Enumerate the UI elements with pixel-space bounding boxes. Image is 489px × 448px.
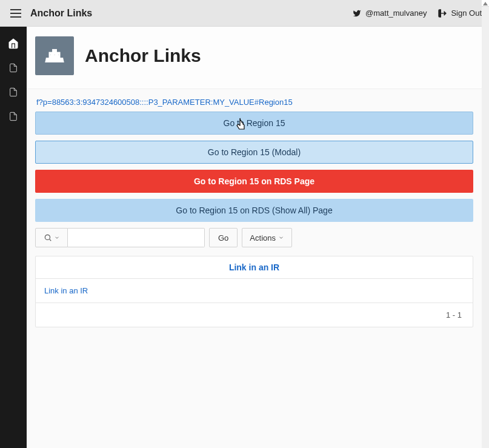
actions-button[interactable]: Actions bbox=[242, 228, 292, 247]
button-label: Go to Region 15 bbox=[224, 118, 285, 128]
go-region-15-rds-button[interactable]: Go to Region 15 on RDS Page bbox=[35, 170, 473, 193]
sidebar-page-2[interactable] bbox=[0, 80, 27, 104]
svg-line-10 bbox=[49, 239, 51, 241]
ir-report: Link in an IR Link in an IR 1 - 1 bbox=[35, 256, 473, 327]
scrollbar-vertical[interactable] bbox=[482, 0, 489, 448]
svg-marker-11 bbox=[483, 2, 488, 5]
svg-point-9 bbox=[45, 235, 50, 239]
hero: Anchor Links bbox=[27, 27, 482, 89]
signout-label: Sign Out bbox=[451, 8, 482, 18]
svg-point-6 bbox=[50, 54, 52, 56]
ir-pagination: 1 - 1 bbox=[36, 303, 473, 327]
hamburger-menu[interactable] bbox=[7, 5, 24, 22]
twitter-handle: @matt_mulvaney bbox=[365, 8, 427, 18]
twitter-link[interactable]: @matt_mulvaney bbox=[352, 8, 427, 18]
svg-rect-1 bbox=[10, 13, 21, 14]
go-region-15-button[interactable]: Go to Region 15 bbox=[35, 112, 473, 135]
url-link[interactable]: f?p=88563:3:9347324600508::::P3_PARAMETE… bbox=[36, 98, 473, 107]
report-controls: Go Actions bbox=[35, 228, 473, 247]
go-region-15-modal-button[interactable]: Go to Region 15 (Modal) bbox=[35, 141, 473, 164]
go-button[interactable]: Go bbox=[209, 228, 238, 247]
sidebar-page-3[interactable] bbox=[0, 104, 27, 129]
twitter-icon bbox=[352, 9, 362, 18]
search-dropdown[interactable] bbox=[35, 228, 68, 247]
sidebar bbox=[0, 27, 27, 448]
button-label: Go to Region 15 on RDS (Show All) Page bbox=[176, 206, 332, 215]
svg-rect-2 bbox=[10, 16, 21, 18]
ir-column-header[interactable]: Link in an IR bbox=[36, 256, 473, 279]
svg-rect-0 bbox=[10, 9, 21, 10]
content: Anchor Links f?p=88563:3:9347324600508::… bbox=[27, 27, 482, 448]
search-input[interactable] bbox=[68, 228, 205, 247]
sidebar-page-1[interactable] bbox=[0, 56, 27, 80]
svg-rect-5 bbox=[52, 49, 57, 53]
signout-link[interactable]: Sign Out bbox=[437, 8, 482, 18]
sidebar-home[interactable] bbox=[0, 32, 27, 56]
actions-label: Actions bbox=[250, 233, 276, 242]
signout-icon bbox=[437, 8, 447, 18]
ir-row-link[interactable]: Link in an IR bbox=[36, 279, 473, 303]
page-title: Anchor Links bbox=[85, 45, 201, 66]
svg-point-7 bbox=[53, 54, 55, 56]
chevron-down-icon bbox=[278, 235, 284, 241]
search-icon bbox=[44, 233, 52, 242]
scroll-up-arrow[interactable] bbox=[482, 1, 489, 7]
chevron-down-icon bbox=[54, 235, 60, 241]
svg-point-8 bbox=[58, 54, 59, 56]
go-region-15-rds-showall-button[interactable]: Go to Region 15 on RDS (Show All) Page bbox=[35, 199, 473, 222]
app-title: Anchor Links bbox=[30, 8, 92, 19]
hero-anchor-icon bbox=[35, 36, 74, 75]
button-label: Go to Region 15 on RDS Page bbox=[194, 176, 314, 186]
button-label: Go to Region 15 (Modal) bbox=[208, 147, 301, 157]
